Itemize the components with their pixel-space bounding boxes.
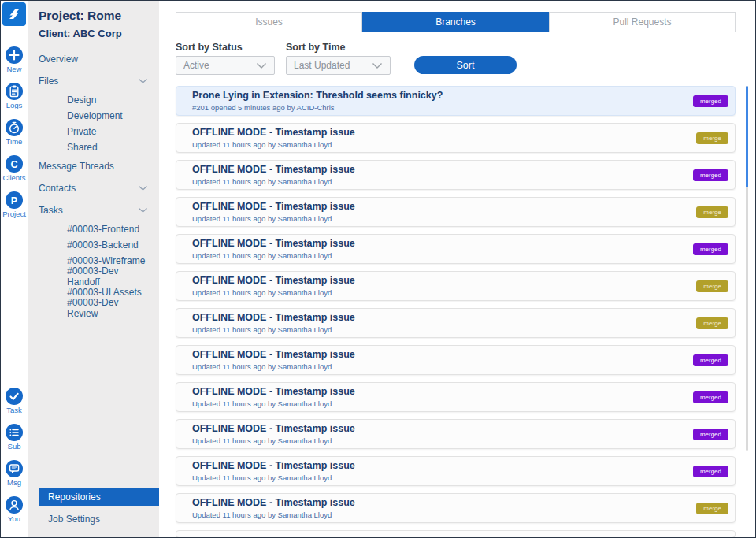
sidebar-nav: OverviewFilesDesignDevelopmentPrivateSha… [28,48,159,316]
time-select-value: Last Updated [294,60,350,71]
status-select-value: Active [183,60,209,71]
status-select[interactable]: Active [176,56,275,75]
branch-status-badge: merge [696,206,728,218]
branch-meta: Updated 11 hours ago by Samantha Lloyd [192,510,355,520]
branch-row[interactable]: OFFLINE MODE - Timestamp issue Updated 1… [176,456,736,486]
sidebar-subitem[interactable]: #00003-Dev Review [28,300,159,316]
branch-meta: Updated 11 hours ago by Samantha Lloyd [192,177,355,187]
branch-row-text: OFFLINE MODE - Timestamp issue Updated 1… [192,497,355,520]
sidebar-subitem[interactable]: Shared [28,139,159,155]
time-filter-group: Sort by Time Last Updated [286,42,391,75]
tab-bar: Issues Branches Pull Requests [176,12,736,32]
clipboard-icon [6,83,23,100]
sidebar-item[interactable]: Files [28,70,159,92]
branch-status-badge: merged [693,429,728,440]
rail-item-logs[interactable]: Logs [6,83,23,109]
branch-status-badge: merged [693,354,728,366]
rail-item-label: New [6,65,21,73]
sidebar-subitem[interactable]: Design [28,92,159,108]
branch-title: OFFLINE MODE - Timestamp issue [192,312,355,324]
sidebar-subitem[interactable]: Development [28,108,159,124]
branch-status-badge: merge [696,503,728,514]
tab-pull-requests[interactable]: Pull Requests [549,12,736,32]
branch-row[interactable]: OFFLINE MODE - Timestamp issue Updated 1… [176,234,736,264]
client-name: Client: ABC Corp [39,26,154,41]
branch-status-badge: merged [693,466,728,477]
branch-title: OFFLINE MODE - Timestamp issue [192,201,355,213]
branch-row[interactable]: OFFLINE MODE - Timestamp issue Updated 1… [176,308,736,338]
rail-item-new[interactable]: New [6,46,23,73]
rail-item-label: Project [2,210,26,218]
sidebar-subitem[interactable]: #00003-Frontend [28,221,159,237]
plus-icon [6,46,23,64]
branch-row[interactable]: OFFLINE MODE - Timestamp issue Updated 1… [176,271,736,301]
branch-row[interactable]: OFFLINE MODE - Timestamp issue Updated 1… [176,493,736,523]
branch-row[interactable]: OFFLINE MODE - Timestamp issue Updated 1… [176,419,736,449]
scrollbar-track[interactable] [746,86,748,451]
tab-branches[interactable]: Branches [362,12,549,32]
time-select[interactable]: Last Updated [286,56,391,75]
tab-issues[interactable]: Issues [176,12,362,32]
stopwatch-icon [6,119,23,136]
icon-rail: New Logs [1,1,28,537]
branch-title: Prone Lying in Extension: Threshold seem… [192,90,443,102]
branch-title: OFFLINE MODE - Timestamp issue [192,238,355,250]
sidebar-item-repositories[interactable]: Repositories [39,488,159,506]
branch-title: OFFLINE MODE - Timestamp issue [192,349,355,361]
list-icon [6,424,23,441]
rail-item-task[interactable]: Task [6,388,23,414]
sidebar-bottom-group: Repositories Job Settings [28,488,159,528]
sidebar-subitem[interactable]: #00003-Backend [28,237,159,253]
branch-row-text: OFFLINE MODE - Timestamp issue Updated 1… [192,312,355,335]
sidebar-item[interactable]: Overview [28,48,159,70]
branch-title: OFFLINE MODE - Timestamp issue [192,164,355,176]
branch-row[interactable]: OFFLINE MODE - Timestamp issue Updated 1… [176,197,736,227]
sidebar-item[interactable]: Tasks [28,199,159,221]
rail-item-project[interactable]: P Project [2,191,26,218]
rail-item-you[interactable]: You [6,496,23,523]
branch-row[interactable]: Prone Lying in Extension: Threshold seem… [176,86,736,116]
branch-row-text: OFFLINE MODE - Timestamp issue Updated 1… [192,127,355,150]
branch-title: OFFLINE MODE - Timestamp issue [192,386,355,398]
branch-meta: #201 opened 5 minutes ago by ACID-Chris [192,103,443,113]
app-logo-icon[interactable] [2,2,26,26]
branch-meta: Updated 11 hours ago by Samantha Lloyd [192,473,355,483]
branch-meta: Updated 11 hours ago by Samantha Lloyd [192,436,355,446]
rail-item-label: Task [6,406,22,414]
sidebar-item-label: #00003-Wireframe [67,255,145,266]
sort-button[interactable]: Sort [414,56,517,74]
sidebar-item-label: Shared [67,142,98,153]
chevron-down-icon [138,78,148,84]
sidebar-item[interactable]: Contacts [28,177,159,199]
rail-item-label: Sub [8,442,21,451]
rail-item-label: Time [6,137,23,146]
rail-item-time[interactable]: Time [6,119,23,146]
sidebar-item-label: #00003-UI Assets [67,287,142,298]
branch-status-badge: merge [696,132,728,144]
sidebar-subitem[interactable]: Private [28,124,159,139]
branch-row-text: OFFLINE MODE - Timestamp issue Updated 1… [192,164,355,187]
branch-row-text: OFFLINE MODE - Timestamp issue Updated 1… [192,460,355,483]
branch-status-badge: merge [696,317,728,329]
sidebar-subitem[interactable]: #00003-Dev Handoff [28,269,159,284]
branch-status-badge: merged [693,243,728,255]
sidebar: Project: Rome Client: ABC Corp OverviewF… [28,1,159,537]
branch-row[interactable]: OFFLINE MODE - Timestamp issue Updated 1… [176,382,736,412]
branch-row[interactable]: OFFLINE MODE - Timestamp issue Updated 1… [176,123,736,153]
branch-row[interactable]: OFFLINE MODE - Timestamp issue Updated 1… [176,160,736,190]
branch-row[interactable]: OFFLINE MODE - Timestamp issue Updated 1… [176,345,736,375]
sidebar-item-label: Tasks [39,205,63,216]
sidebar-item-job-settings[interactable]: Job Settings [28,510,159,528]
sidebar-item[interactable]: Message Threads [28,155,159,177]
rail-item-sub[interactable]: Sub [6,424,23,451]
branch-title: OFFLINE MODE - Timestamp issue [192,127,355,139]
rail-item-clients[interactable]: C Clients [2,155,25,182]
rail-item-msg[interactable]: Msg [6,460,23,487]
branch-meta: Updated 11 hours ago by Samantha Lloyd [192,140,355,150]
branch-status-badge: merge [696,280,728,292]
chevron-down-icon [138,207,148,213]
branch-title: OFFLINE MODE - Timestamp issue [192,275,355,287]
branch-row-text: OFFLINE MODE - Timestamp issue Updated 1… [192,386,355,409]
sidebar-item-label: #00003-Dev Handoff [67,265,148,288]
scrollbar-thumb[interactable] [746,86,748,187]
